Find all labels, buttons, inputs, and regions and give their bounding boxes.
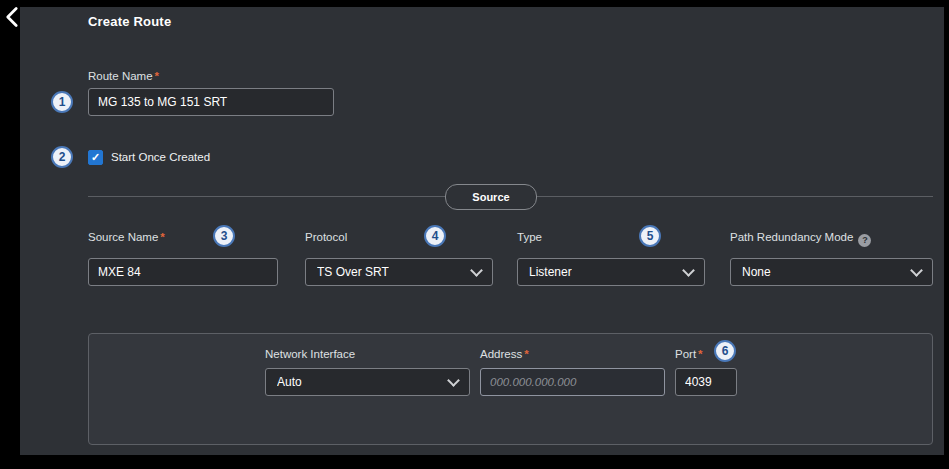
address-input[interactable] — [480, 368, 665, 396]
required-marker: * — [698, 348, 702, 360]
chevron-down-icon — [470, 264, 483, 277]
path-redundancy-mode-label: Path Redundancy Mode? — [730, 231, 871, 247]
network-interface-selected-value: Auto — [277, 375, 302, 389]
path-redundancy-selected-value: None — [742, 265, 771, 279]
protocol-select[interactable]: TS Over SRT — [305, 258, 493, 286]
annotation-badge-4: 4 — [424, 225, 446, 247]
required-marker: * — [524, 348, 528, 360]
checkmark-icon: ✓ — [91, 151, 100, 164]
back-button[interactable] — [2, 6, 20, 32]
route-name-label: Route Name* — [88, 70, 159, 82]
network-interface-select[interactable]: Auto — [265, 368, 470, 396]
page-title: Create Route — [88, 14, 171, 29]
protocol-label: Protocol — [305, 231, 347, 243]
create-route-screen: Create Route Route Name* 1 2 ✓ Start Onc… — [0, 0, 949, 469]
type-select[interactable]: Listener — [517, 258, 705, 286]
type-label: Type — [517, 231, 542, 243]
chevron-down-icon — [682, 264, 695, 277]
required-marker: * — [155, 70, 159, 82]
start-once-created-checkbox[interactable]: ✓ — [88, 150, 103, 165]
port-label: Port* — [675, 348, 703, 360]
chevron-left-icon — [4, 5, 19, 33]
path-redundancy-mode-select[interactable]: None — [730, 258, 933, 286]
chevron-down-icon — [910, 264, 923, 277]
help-icon[interactable]: ? — [858, 234, 871, 247]
annotation-badge-6: 6 — [714, 340, 736, 362]
annotation-badge-3: 3 — [213, 225, 235, 247]
required-marker: * — [160, 231, 164, 243]
start-once-created-label: Start Once Created — [111, 151, 210, 163]
source-name-input[interactable] — [88, 258, 278, 286]
network-interface-label: Network Interface — [265, 348, 355, 360]
address-label: Address* — [480, 348, 529, 360]
source-section-pill: Source — [445, 184, 537, 210]
protocol-selected-value: TS Over SRT — [317, 265, 389, 279]
annotation-badge-5: 5 — [639, 225, 661, 247]
chevron-down-icon — [447, 374, 460, 387]
annotation-badge-2: 2 — [51, 146, 73, 168]
annotation-badge-1: 1 — [51, 91, 73, 113]
type-selected-value: Listener — [529, 265, 572, 279]
port-input[interactable] — [675, 368, 737, 396]
route-name-input[interactable] — [88, 88, 334, 116]
source-name-label: Source Name* — [88, 231, 165, 243]
